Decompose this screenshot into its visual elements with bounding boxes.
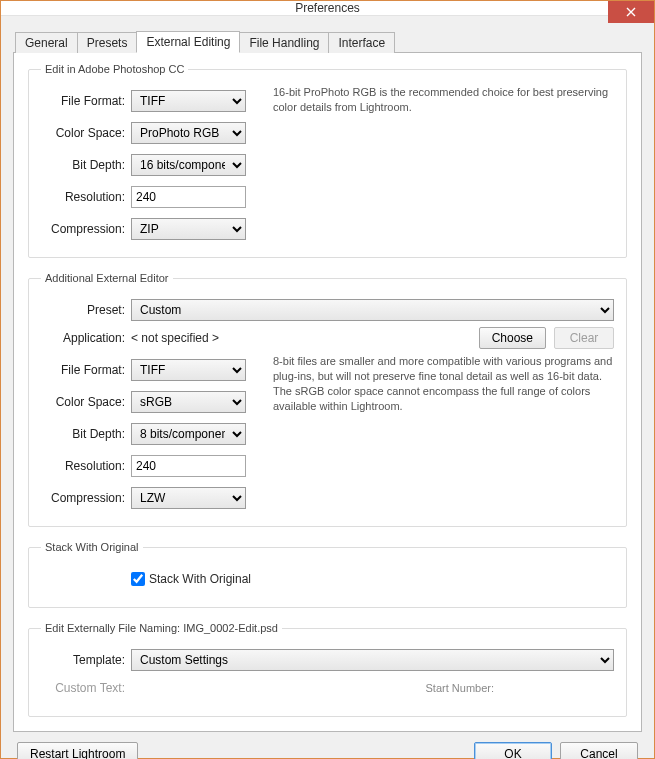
ps-hint-text: 16-bit ProPhoto RGB is the recommended c… [273,85,614,115]
label-bit-depth: Bit Depth: [41,158,131,172]
restart-lightroom-button[interactable]: Restart Lightroom [17,742,138,759]
ps-file-format-select[interactable]: TIFF [131,90,246,112]
group-edit-photoshop: Edit in Adobe Photoshop CC File Format: … [28,63,627,258]
close-icon [626,7,636,17]
clear-button[interactable]: Clear [554,327,614,349]
label-template: Template: [41,653,131,667]
ok-button[interactable]: OK [474,742,552,759]
tab-interface[interactable]: Interface [328,32,395,53]
ps-compression-select[interactable]: ZIP [131,218,246,240]
label-start-number: Start Number: [426,682,494,694]
tab-general[interactable]: General [15,32,78,53]
cancel-button[interactable]: Cancel [560,742,638,759]
tab-external-editing[interactable]: External Editing [136,31,240,53]
stack-checkbox[interactable] [131,572,145,586]
stack-label-text: Stack With Original [149,572,251,586]
tab-presets[interactable]: Presets [77,32,138,53]
label-color-space: Color Space: [41,126,131,140]
group-stack-title: Stack With Original [41,541,143,553]
label-resolution: Resolution: [41,190,131,204]
label-custom-text: Custom Text: [41,681,131,695]
label-resolution-2: Resolution: [41,459,131,473]
close-button[interactable] [608,1,654,23]
ext-file-format-select[interactable]: TIFF [131,359,246,381]
ps-bit-depth-select[interactable]: 16 bits/component [131,154,246,176]
preferences-window: Preferences General Presets External Edi… [0,0,655,759]
label-compression: Compression: [41,222,131,236]
ext-hint-text: 8-bit files are smaller and more compati… [273,354,614,413]
ext-application-value: < not specified > [131,331,479,345]
tab-page-external-editing: Edit in Adobe Photoshop CC File Format: … [13,52,642,732]
tab-bar: General Presets External Editing File Ha… [13,30,642,52]
ext-color-space-select[interactable]: sRGB [131,391,246,413]
group-stack: Stack With Original Stack With Original [28,541,627,608]
ps-color-space-select[interactable]: ProPhoto RGB [131,122,246,144]
label-color-space-2: Color Space: [41,395,131,409]
group-file-naming-title: Edit Externally File Naming: IMG_0002-Ed… [41,622,282,634]
label-file-format: File Format: [41,94,131,108]
ps-resolution-input[interactable] [131,186,246,208]
titlebar: Preferences [1,1,654,16]
client-area: General Presets External Editing File Ha… [1,16,654,759]
group-edit-photoshop-title: Edit in Adobe Photoshop CC [41,63,188,75]
label-preset: Preset: [41,303,131,317]
group-additional-editor-title: Additional External Editor [41,272,173,284]
template-select[interactable]: Custom Settings [131,649,614,671]
ext-resolution-input[interactable] [131,455,246,477]
window-title: Preferences [1,1,654,15]
ext-preset-select[interactable]: Custom [131,299,614,321]
label-compression-2: Compression: [41,491,131,505]
choose-button[interactable]: Choose [479,327,546,349]
group-additional-editor: Additional External Editor Preset: Custo… [28,272,627,527]
ext-bit-depth-select[interactable]: 8 bits/component [131,423,246,445]
group-file-naming: Edit Externally File Naming: IMG_0002-Ed… [28,622,627,717]
tab-file-handling[interactable]: File Handling [239,32,329,53]
stack-checkbox-label[interactable]: Stack With Original [131,572,251,586]
label-file-format-2: File Format: [41,363,131,377]
label-bit-depth-2: Bit Depth: [41,427,131,441]
dialog-footer: Restart Lightroom OK Cancel [13,732,642,759]
ext-compression-select[interactable]: LZW [131,487,246,509]
label-application: Application: [41,331,131,345]
